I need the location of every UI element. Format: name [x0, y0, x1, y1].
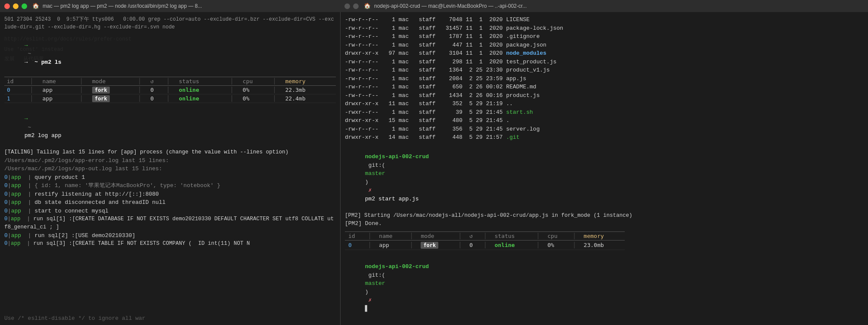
log-line: 0|app | start to connect mysql: [4, 207, 336, 216]
prompt-git-label: git:(: [365, 162, 385, 169]
prompt-repo: nodejs-api-002-crud: [365, 153, 429, 160]
file-row: -rw-r--r-- 1 mac staff 31457 11 1 2020 p…: [345, 24, 864, 33]
window-controls-right[interactable]: [344, 3, 359, 9]
file-row: -rw-r--r-- 1 mac staff 356 5 29 21:45 se…: [345, 125, 864, 134]
log-line: 0|app | restify listening at http://[::]…: [4, 190, 336, 199]
sep: │: [458, 231, 466, 240]
cell-status-1: online: [177, 94, 229, 103]
cell-mode-1: fork: [90, 94, 137, 103]
cell2-id-0: 0: [345, 240, 367, 250]
pm2-done-line: [PM2] Done.: [345, 219, 864, 228]
pm2-ls-cmd: → ~ pm2 ls: [25, 59, 62, 66]
arrow-icon-2: →: [25, 116, 28, 122]
git-dir-link: .git: [506, 134, 519, 141]
file-row: -rw-r--r-- 1 mac staff 447 11 1 2020 pac…: [345, 41, 864, 50]
table-header-row: id │ name │ mode │ ↺ │ status │ cpu │ me…: [4, 77, 336, 85]
log-path-out: /Users/mac/.pm2/logs/app-out.log last 15…: [4, 165, 336, 173]
table-row-2: 0 │ app │ fork │ 0 │ online │ 0% │ 23.0m…: [345, 240, 625, 250]
file-row: -rw-r--r-- 1 mac staff 1364 2 25 23:30 p…: [345, 66, 864, 75]
file-row: -rw-r--r-- 1 mac staff 1434 2 26 00:16 p…: [345, 91, 864, 100]
col2-restart: ↺: [466, 231, 483, 240]
table-header-row-2: id │ name │ mode │ ↺ │ status │ cpu │ me…: [345, 231, 625, 240]
end-prompt: nodejs-api-002-crud git:( master ) ✗ ▋: [345, 254, 864, 322]
close-button[interactable]: [4, 3, 10, 9]
cell2-name-0: app: [375, 240, 409, 250]
pm2-start-cmd: pm2 start app.js: [365, 196, 419, 202]
right-window-title: nodejs-api-002-crud — mac@Levin-MacBookP…: [374, 3, 527, 9]
col-sep4: │: [166, 77, 177, 85]
file-row: -rw-r--r-- 1 mac staff 2084 2 25 23:59 a…: [345, 75, 864, 83]
minimize-button-r[interactable]: [353, 3, 359, 9]
fork-badge: fork: [92, 95, 110, 102]
cell-name-0: app: [40, 85, 79, 94]
close-button-r[interactable]: [344, 3, 350, 9]
col2-id: id: [345, 231, 367, 240]
minimize-button[interactable]: [13, 3, 19, 9]
file-row: drwxr-xr-x 15 mac staff 480 5 29 21:45 .: [345, 116, 864, 125]
log-line: 0|app | query product 1: [4, 173, 336, 182]
end-prompt-git-open: git:(: [365, 272, 385, 278]
title-bar: 🏠 mac — pm2 log app — pm2 — node /usr/lo…: [0, 0, 868, 12]
log-line: 0|app | run sql[3] :[CREATE TABLE IF NOT…: [4, 240, 336, 248]
cell2-memory-0: 23.0mb: [580, 240, 625, 250]
cell2-cpu-0: 0%: [544, 240, 572, 250]
col-sep2: │: [79, 77, 90, 85]
col-mode: mode: [90, 77, 137, 85]
log-line: 0|app | { id: 1, name: '苹果笔记本MacBookPro'…: [4, 181, 336, 190]
cell-memory-1: 22.4mb: [283, 94, 336, 103]
cursor-block: ▋: [365, 306, 369, 312]
terminal-right[interactable]: -rw-r--r-- 1 mac staff 7048 11 1 2020 LI…: [340, 12, 868, 325]
file-row: drwxr-xr-x 11 mac staff 352 5 29 21:19 .…: [345, 100, 864, 108]
nav-icon: 🏠: [32, 3, 39, 9]
col-sep6: │: [272, 77, 283, 85]
main-area: 501 27304 25243 0 9:57下午 ttys006 0:00.00…: [0, 12, 868, 325]
sep: │: [536, 240, 544, 250]
cell-id-1: 1: [4, 94, 29, 103]
tailing-line: [TAILING] Tailing last 15 lines for [app…: [4, 148, 336, 156]
left-window-titlebar: 🏠 mac — pm2 log app — pm2 — node /usr/lo…: [0, 3, 340, 9]
file-row: -rw-r--r-- 1 mac staff 7048 11 1 2020 LI…: [345, 16, 864, 24]
sep: │: [572, 231, 580, 240]
file-row: -rw-r--r-- 1 mac staff 298 11 1 2020 tes…: [345, 58, 864, 66]
file-row: -rw-r--r-- 1 mac staff 650 2 26 00:02 RE…: [345, 83, 864, 91]
pm2-log-cmd: pm2 log app: [25, 132, 62, 139]
cell-mode-0: fork: [90, 85, 137, 94]
pm2-start-prompt: nodejs-api-002-crud git:( master ) ✗ pm2…: [345, 144, 864, 212]
sep: │: [367, 240, 375, 250]
table-row: 0 │ app │ fork │ 0 │ online │ 0% │ 22.3m…: [4, 85, 336, 94]
col-id: id: [4, 77, 29, 85]
cell-cpu-1: 0%: [240, 94, 272, 103]
file-row: -rwxr--r-- 1 mac staff 39 5 29 21:45 sta…: [345, 108, 864, 117]
start-sh-link: start.sh: [506, 109, 533, 116]
terminal-left[interactable]: 501 27304 25243 0 9:57下午 ttys006 0:00.00…: [0, 12, 340, 325]
window-controls[interactable]: [4, 3, 27, 9]
sep: │: [367, 231, 375, 240]
log-line: 0|app | run sql[1] :[CREATE DATABASE IF …: [4, 215, 336, 231]
sep: │: [572, 240, 580, 250]
col-status: status: [177, 77, 229, 85]
col2-memory: memory: [580, 231, 625, 240]
prompt-branch: master: [365, 170, 385, 177]
fork-badge-2: fork: [421, 242, 438, 249]
cell2-mode-0: fork: [417, 240, 457, 250]
log-path-error: /Users/mac/.pm2/logs/app-error.log last …: [4, 156, 336, 165]
cell-id-0: 0: [4, 85, 29, 94]
col-sep5: │: [229, 77, 240, 85]
log-line: 0|app | run sql[2] :[USE demo20210330]: [4, 231, 336, 240]
end-prompt-git-close: ): [365, 289, 369, 295]
sep: │: [458, 240, 466, 250]
cell-memory-0: 22.3mb: [283, 85, 336, 94]
left-window-title: mac — pm2 log app — pm2 — node /usr/loca…: [43, 3, 202, 9]
col-sep3: │: [137, 77, 148, 85]
nav-icon-r: 🏠: [364, 3, 371, 9]
fork-badge: fork: [92, 87, 110, 94]
arrow-icon: →: [25, 42, 28, 49]
pm2-log-prompt: → ~ pm2 log app: [4, 106, 336, 149]
log-line: 0|app | db state disconnected and thread…: [4, 198, 336, 207]
cell-cpu-0: 0%: [240, 85, 272, 94]
file-row: drwxr-xr-x 14 mac staff 448 5 29 21:57 .…: [345, 133, 864, 142]
cell-name-1: app: [40, 94, 79, 103]
col2-cpu: cpu: [544, 231, 572, 240]
maximize-button[interactable]: [22, 3, 27, 9]
col2-mode: mode: [417, 231, 457, 240]
